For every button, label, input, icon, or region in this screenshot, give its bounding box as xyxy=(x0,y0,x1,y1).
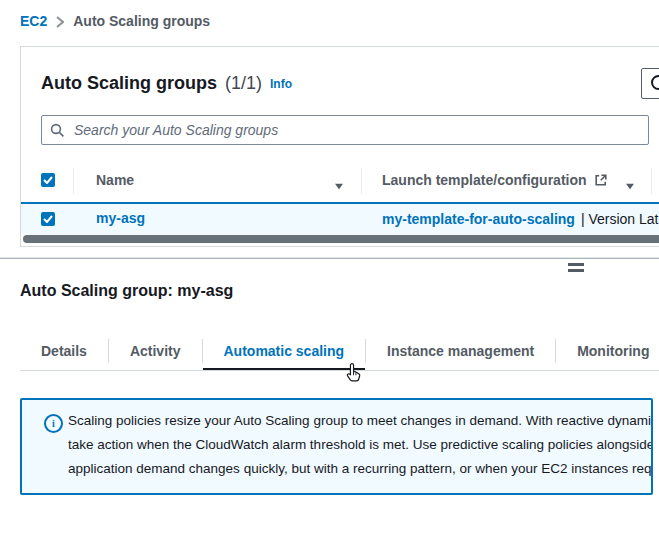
table-row[interactable]: my-asg my-template-for-auto-scaling| Ver… xyxy=(21,202,659,234)
column-divider xyxy=(361,168,362,194)
asg-table-card: Auto Scaling groups (1/1) Info Name L xyxy=(20,46,659,247)
tab-bar-baseline xyxy=(20,370,659,371)
refresh-icon xyxy=(651,75,659,90)
check-icon xyxy=(43,215,53,223)
tab-details[interactable]: Details xyxy=(20,331,108,370)
tab-instance-management[interactable]: Instance management xyxy=(366,331,555,370)
table-card-header: Auto Scaling groups (1/1) Info xyxy=(41,73,292,94)
column-header-name[interactable]: Name xyxy=(96,172,134,188)
breadcrumb-current: Auto Scaling groups xyxy=(73,13,210,29)
info-link[interactable]: Info xyxy=(270,77,292,91)
asg-name-link[interactable]: my-asg xyxy=(96,210,145,226)
column-header-launch-template[interactable]: Launch template/configuration xyxy=(382,172,608,188)
horizontal-scrollbar-thumb[interactable] xyxy=(23,235,659,243)
column-divider xyxy=(651,168,652,194)
table-header-row: Name Launch template/configuration xyxy=(21,162,659,202)
detail-panel-title: Auto Scaling group: my-asg xyxy=(20,282,233,300)
launch-template-cell: my-template-for-auto-scaling| Version La… xyxy=(382,210,659,228)
ec2-console-screen: EC2 Auto Scaling groups Auto Scaling gro… xyxy=(0,0,659,534)
banner-line: application demand changes quickly, but … xyxy=(68,457,653,481)
search-box[interactable] xyxy=(41,115,649,145)
tab-bar: Details Activity Automatic scaling Insta… xyxy=(20,331,659,370)
table-title: Auto Scaling groups xyxy=(41,73,217,94)
horizontal-scrollbar-track[interactable] xyxy=(21,234,659,244)
select-all-checkbox[interactable] xyxy=(41,173,55,187)
tab-automatic-scaling[interactable]: Automatic scaling xyxy=(203,331,366,370)
sort-icon-launch-template[interactable] xyxy=(625,176,635,194)
split-panel-drag-handle[interactable] xyxy=(568,263,584,273)
tab-activity[interactable]: Activity xyxy=(109,331,202,370)
column-divider xyxy=(73,168,74,194)
chevron-right-icon xyxy=(56,16,64,28)
launch-template-link[interactable]: my-template-for-auto-scaling xyxy=(382,211,575,227)
refresh-button[interactable] xyxy=(641,68,659,99)
banner-line: take action when the CloudWatch alarm th… xyxy=(68,433,653,457)
info-circle-icon: i xyxy=(44,414,63,433)
check-icon xyxy=(43,176,53,184)
external-link-icon xyxy=(594,173,608,187)
table-count: (1/1) xyxy=(225,73,262,94)
breadcrumb-ec2-link[interactable]: EC2 xyxy=(20,13,47,29)
scaling-info-banner: i Scaling policies resize your Auto Scal… xyxy=(20,398,653,495)
search-input[interactable] xyxy=(72,121,640,139)
row-checkbox[interactable] xyxy=(41,212,55,226)
sort-icon-name[interactable] xyxy=(334,176,344,194)
launch-template-version: | Version Latest xyxy=(581,211,659,227)
banner-line: Scaling policies resize your Auto Scalin… xyxy=(68,409,653,433)
column-header-launch-template-label: Launch template/configuration xyxy=(382,172,587,188)
breadcrumb: EC2 Auto Scaling groups xyxy=(20,13,210,29)
detail-panel: Auto Scaling group: my-asg Details Activ… xyxy=(0,258,659,534)
search-icon xyxy=(50,123,65,138)
banner-text: Scaling policies resize your Auto Scalin… xyxy=(68,409,653,481)
tab-monitoring[interactable]: Monitoring xyxy=(556,331,659,370)
